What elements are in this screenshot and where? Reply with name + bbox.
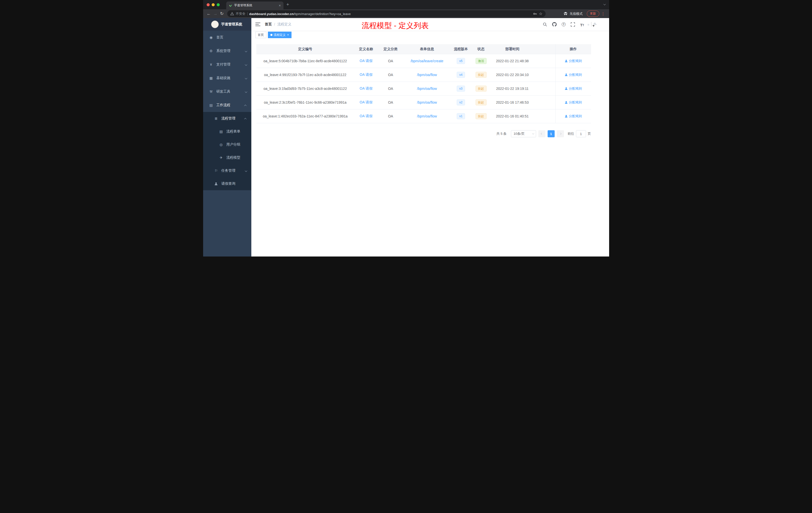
next-page-button[interactable] — [557, 130, 564, 137]
form-link[interactable]: /bpm/oa/flow — [417, 114, 437, 118]
tab-title: 芋道管理系统 — [234, 3, 277, 7]
dashboard-icon: ◉ — [208, 35, 214, 39]
window-zoom-button[interactable] — [217, 3, 220, 6]
sidebar-item-workflow[interactable]: ▤ 工作流程 — [203, 98, 251, 112]
reload-button[interactable]: ↻ — [219, 11, 225, 16]
font-size-icon[interactable]: TT — [580, 22, 585, 27]
column-header: 状态 — [471, 44, 491, 54]
user-icon — [565, 59, 568, 62]
flag-icon: ⚐ — [213, 169, 219, 173]
assign-rule-link[interactable]: 分配规则 — [565, 114, 582, 118]
deploy-time: 2022-01-22 19:19:11 — [491, 82, 534, 95]
table-row: oa_leave:1:482ec033-762a-11ec-8477-a2380… — [256, 110, 591, 123]
tab-close-icon[interactable]: × — [279, 4, 281, 7]
assign-rule-link[interactable]: 分配规则 — [565, 72, 582, 77]
column-header: 定义分类 — [378, 44, 403, 54]
table-row: oa_leave:5:004b710b-7b8a-11ec-8ef0-acde4… — [256, 54, 591, 68]
forward-button[interactable]: → — [212, 11, 219, 16]
page-number-button[interactable]: 1 — [548, 130, 555, 137]
definition-category: OA — [378, 82, 403, 95]
status-badge: 挂起 — [475, 86, 487, 92]
incognito-badge: 无痕模式 — [563, 11, 583, 16]
security-label[interactable]: 不安全 — [236, 11, 245, 16]
logo-avatar — [211, 21, 219, 28]
sidebar-item-leave-query[interactable]: 请假查询 — [203, 177, 251, 190]
caret-down-icon — [592, 25, 594, 27]
pagination-total: 共 5 条 — [496, 131, 506, 136]
page-url: dashboard.yudao.iocoder.cn/bpm/manager/d… — [249, 11, 351, 16]
assign-rule-link[interactable]: 分配规则 — [565, 100, 582, 105]
user-group-icon: ◎ — [218, 143, 224, 147]
sidebar-item-process-model[interactable]: ✈ 流程模型 — [203, 151, 251, 164]
goto-page-input[interactable] — [576, 130, 586, 137]
sidebar-item-system-management[interactable]: ⚙ 系统管理 — [203, 44, 251, 58]
sidebar-item-label: 首页 — [216, 35, 224, 40]
form-link[interactable]: /bpm/oa/flow — [417, 87, 437, 91]
sidebar-item-home[interactable]: ◉ 首页 — [203, 31, 251, 44]
status-badge: 挂起 — [475, 72, 487, 78]
sidebar-item-label: 研发工具 — [216, 89, 231, 94]
search-icon[interactable] — [543, 22, 548, 27]
table-row: oa_leave:2:3c1f0ef1-76b1-11ec-9c66-a2380… — [256, 96, 591, 110]
definition-name-link[interactable]: OA 请假 — [359, 59, 372, 63]
status-badge: 激活 — [475, 58, 487, 64]
window-close-button[interactable] — [207, 3, 210, 6]
active-tag-dot-icon — [270, 34, 272, 36]
browser-menu-icon[interactable]: ⋮ — [601, 11, 605, 16]
table-row: oa_leave:3:1fad3d93-7b75-11ec-a3c8-acde4… — [256, 82, 591, 96]
sidebar-item-payment-management[interactable]: ¥ 支付管理 — [203, 58, 251, 71]
help-icon[interactable]: ? — [561, 22, 566, 27]
tag-process-definition[interactable]: 流程定义 × — [268, 32, 291, 38]
sidebar-item-label: 工作流程 — [216, 103, 231, 108]
status-badge: 挂起 — [475, 113, 487, 119]
sidebar-collapse-icon[interactable] — [255, 23, 260, 26]
github-icon[interactable] — [552, 22, 557, 27]
definition-name-link[interactable]: OA 请假 — [359, 86, 372, 91]
paper-plane-icon: ✈ — [218, 156, 224, 160]
table-row: oa_leave:4:991f2193-7b7f-11ec-a3c8-acde4… — [256, 68, 591, 82]
version-badge: v4 — [457, 72, 465, 78]
tab-search-chevron-icon[interactable] — [603, 2, 605, 6]
tag-home[interactable]: 首页 — [255, 32, 266, 38]
form-link[interactable]: /bpm/oa/leave/create — [410, 59, 443, 63]
window-minimize-button[interactable] — [212, 3, 215, 6]
sidebar-item-infrastructure[interactable]: ▦ 基础设施 — [203, 71, 251, 85]
bookmark-star-icon[interactable]: ☆ — [539, 11, 542, 16]
back-button[interactable]: ← — [206, 11, 212, 16]
tag-close-icon[interactable]: × — [287, 33, 289, 36]
avatar — [591, 22, 591, 27]
chevron-up-icon — [245, 117, 246, 120]
sidebar-item-task-management[interactable]: ⚐ 任务管理 — [203, 164, 251, 177]
sidebar-item-dev-tools[interactable]: ⚒ 研发工具 — [203, 85, 251, 98]
chrome-update-button[interactable]: 更新 — [587, 10, 599, 17]
version-badge: v3 — [457, 86, 465, 92]
form-link[interactable]: /bpm/oa/flow — [417, 73, 437, 77]
definition-table: 定义编号 定义名称 定义分类 表单信息 流程版本 状态 部署时间 操作 oa_l… — [256, 44, 591, 123]
fullscreen-icon[interactable] — [571, 22, 576, 27]
page-size-select[interactable]: 10条/页 — [511, 130, 536, 137]
form-link[interactable]: /bpm/oa/flow — [417, 100, 437, 104]
new-tab-button[interactable]: + — [287, 2, 289, 7]
assign-rule-link[interactable]: 分配规则 — [565, 86, 582, 91]
definition-name-link[interactable]: OA 请假 — [359, 72, 372, 77]
password-key-icon[interactable] — [533, 12, 537, 16]
chevron-up-icon — [245, 103, 246, 107]
goto-label: 前往 — [568, 131, 574, 136]
address-bar[interactable]: 不安全 dashboard.yudao.iocoder.cn/bpm/manag… — [227, 10, 546, 17]
sidebar-item-process-form[interactable]: ▤ 流程表单 — [203, 125, 251, 138]
sidebar-item-label: 支付管理 — [216, 62, 231, 67]
devtools-icon: ⚒ — [208, 90, 214, 94]
definition-category: OA — [378, 68, 403, 82]
tags-view: 首页 流程定义 × — [251, 31, 609, 39]
definition-name-link[interactable]: OA 请假 — [359, 114, 372, 118]
prev-page-button[interactable] — [538, 130, 545, 137]
user-avatar-menu[interactable] — [591, 22, 591, 27]
breadcrumb-home[interactable]: 首页 — [265, 22, 272, 27]
sidebar-item-process-management[interactable]: ≣ 流程管理 — [203, 112, 251, 125]
assign-rule-link[interactable]: 分配规则 — [565, 59, 582, 63]
sidebar-logo[interactable]: 芋道管理系统 — [203, 18, 251, 31]
browser-tab[interactable]: 芋道管理系统 × — [226, 1, 284, 9]
definition-name-link[interactable]: OA 请假 — [359, 100, 372, 105]
chevron-down-icon — [245, 90, 246, 94]
sidebar-item-user-group[interactable]: ◎ 用户分组 — [203, 138, 251, 151]
